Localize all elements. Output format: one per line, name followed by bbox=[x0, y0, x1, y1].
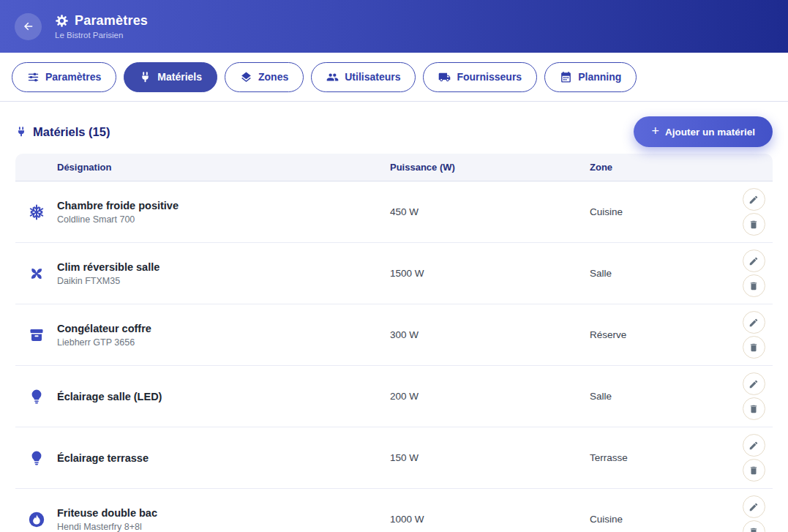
equipment-zone: Salle bbox=[590, 391, 738, 402]
equipment-table: Désignation Puissance (W) Zone Chambre f… bbox=[15, 154, 773, 532]
delete-button[interactable] bbox=[743, 520, 765, 532]
equipment-name: Chambre froide positive bbox=[57, 200, 378, 211]
equipment-name: Éclairage salle (LED) bbox=[57, 391, 378, 402]
equipment-zone: Terrasse bbox=[590, 452, 738, 463]
add-equipment-button[interactable]: + Ajouter un matériel bbox=[634, 116, 773, 147]
tab-label: Planning bbox=[578, 71, 621, 83]
tab-planning[interactable]: Planning bbox=[544, 62, 637, 92]
pencil-icon bbox=[748, 195, 759, 205]
column-power: Puissance (W) bbox=[390, 162, 590, 173]
header: Paramètres Le Bistrot Parisien bbox=[0, 0, 788, 53]
table-body: Chambre froide positiveColdline Smart 70… bbox=[15, 181, 773, 532]
equipment-power: 450 W bbox=[390, 206, 590, 217]
pencil-icon bbox=[748, 256, 759, 266]
plug-icon bbox=[139, 71, 151, 83]
table-row: Éclairage salle (LED)200 WSalle bbox=[15, 366, 773, 427]
trash-icon bbox=[748, 281, 759, 291]
equipment-name: Friteuse double bac bbox=[57, 507, 378, 519]
section-title-label: Matériels (15) bbox=[33, 125, 110, 139]
lightbulb-icon bbox=[28, 388, 45, 405]
plug-icon bbox=[15, 126, 27, 138]
section-title: Matériels (15) bbox=[15, 125, 110, 139]
edit-button[interactable] bbox=[743, 311, 765, 334]
arrow-left-icon bbox=[22, 20, 35, 33]
table-row: Éclairage terrasse150 WTerrasse bbox=[15, 427, 773, 489]
page-title: Paramètres bbox=[75, 13, 148, 29]
tab-fournisseurs[interactable]: Fournisseurs bbox=[423, 62, 537, 92]
tab-label: Fournisseurs bbox=[457, 71, 522, 83]
delete-button[interactable] bbox=[743, 459, 765, 482]
lightbulb-icon bbox=[28, 449, 45, 467]
equipment-zone: Salle bbox=[590, 268, 738, 279]
trash-icon bbox=[748, 342, 759, 353]
trash-icon bbox=[748, 465, 759, 476]
add-equipment-label: Ajouter un matériel bbox=[665, 127, 755, 138]
edit-button[interactable] bbox=[743, 372, 765, 395]
page-subtitle: Le Bistrot Parisien bbox=[55, 31, 148, 40]
equipment-name: Clim réversible salle bbox=[57, 261, 378, 273]
edit-button[interactable] bbox=[743, 188, 765, 211]
table-row: Clim réversible salleDaikin FTXM351500 W… bbox=[15, 243, 773, 304]
tab-utilisateurs[interactable]: Utilisateurs bbox=[311, 62, 416, 92]
delete-button[interactable] bbox=[743, 397, 765, 420]
app-window: Paramètres Le Bistrot Parisien Paramètre… bbox=[0, 0, 788, 532]
edit-button[interactable] bbox=[743, 250, 765, 272]
equipment-model: Liebherr GTP 3656 bbox=[57, 337, 378, 348]
fan-icon bbox=[28, 265, 45, 282]
box-icon bbox=[28, 326, 45, 344]
equipment-zone: Cuisine bbox=[590, 206, 738, 217]
tab-parametres[interactable]: Paramètres bbox=[12, 62, 116, 92]
equipment-name: Éclairage terrasse bbox=[57, 452, 378, 464]
tab-label: Utilisateurs bbox=[345, 71, 400, 83]
tab-bar: ParamètresMatérielsZonesUtilisateursFour… bbox=[0, 53, 788, 102]
trash-icon bbox=[748, 527, 759, 532]
tab-label: Matériels bbox=[157, 71, 202, 83]
back-button[interactable] bbox=[15, 13, 42, 40]
table-row: Congélateur coffreLiebherr GTP 3656300 W… bbox=[15, 304, 773, 366]
table-header-row: Désignation Puissance (W) Zone bbox=[15, 154, 773, 181]
equipment-model: Daikin FTXM35 bbox=[57, 276, 378, 286]
plus-icon: + bbox=[651, 124, 659, 138]
equipment-model: Hendi Masterfry 8+8l bbox=[57, 522, 378, 532]
gear-icon bbox=[55, 14, 69, 28]
equipment-model: Coldline Smart 700 bbox=[57, 214, 378, 225]
table-row: Friteuse double bacHendi Masterfry 8+8l1… bbox=[15, 489, 773, 532]
trash-icon bbox=[748, 404, 759, 414]
delete-button[interactable] bbox=[743, 213, 765, 236]
delete-button[interactable] bbox=[743, 274, 765, 297]
pencil-icon bbox=[748, 379, 759, 389]
equipment-power: 1000 W bbox=[390, 514, 590, 525]
delete-button[interactable] bbox=[743, 336, 765, 359]
calendar-icon bbox=[560, 71, 572, 83]
truck-icon bbox=[438, 71, 451, 83]
equipment-power: 200 W bbox=[390, 391, 590, 402]
equipment-power: 1500 W bbox=[390, 268, 590, 279]
tab-label: Paramètres bbox=[45, 71, 101, 83]
sliders-icon bbox=[27, 71, 40, 83]
equipment-zone: Cuisine bbox=[590, 514, 738, 525]
trash-icon bbox=[748, 220, 759, 230]
tab-materiels[interactable]: Matériels bbox=[124, 62, 217, 92]
equipment-power: 300 W bbox=[390, 329, 590, 340]
tab-label: Zones bbox=[258, 71, 288, 83]
equipment-power: 150 W bbox=[390, 452, 590, 463]
equipment-name: Congélateur coffre bbox=[57, 323, 378, 334]
column-designation: Désignation bbox=[57, 162, 390, 173]
edit-button[interactable] bbox=[743, 434, 765, 457]
flame-icon bbox=[28, 511, 45, 528]
edit-button[interactable] bbox=[743, 495, 765, 518]
table-row: Chambre froide positiveColdline Smart 70… bbox=[15, 181, 773, 243]
section-head: Matériels (15) + Ajouter un matériel bbox=[0, 102, 788, 154]
pencil-icon bbox=[748, 502, 759, 512]
snowflake-icon bbox=[28, 203, 45, 221]
column-zone: Zone bbox=[590, 162, 738, 173]
pencil-icon bbox=[748, 318, 759, 328]
pencil-icon bbox=[748, 441, 759, 451]
layers-icon bbox=[240, 71, 252, 83]
tab-zones[interactable]: Zones bbox=[225, 62, 304, 92]
equipment-zone: Réserve bbox=[590, 329, 738, 340]
users-icon bbox=[326, 71, 339, 83]
